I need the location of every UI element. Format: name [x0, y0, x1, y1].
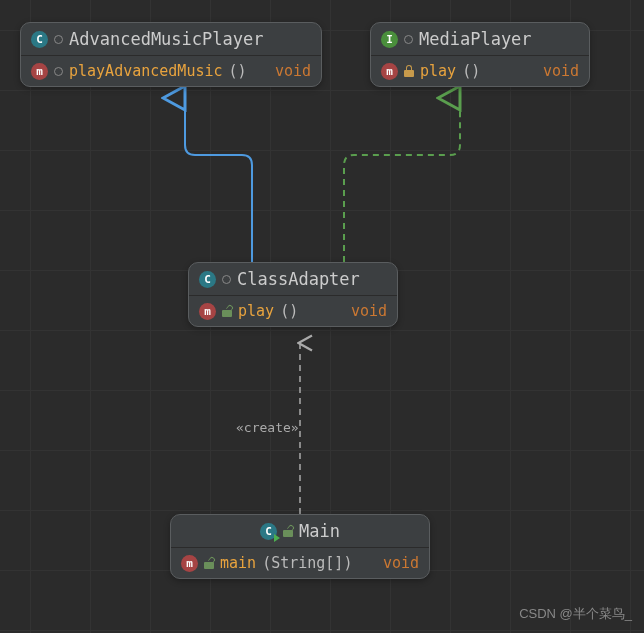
- modifier-icon: [54, 67, 63, 76]
- class-icon: C: [199, 271, 216, 288]
- return-type: void: [543, 62, 579, 80]
- lock-icon: [404, 65, 414, 77]
- edge-extends: [185, 98, 252, 262]
- modifier-icon: [222, 275, 231, 284]
- return-type: void: [275, 62, 311, 80]
- node-main[interactable]: C Main m main(String[]) void: [170, 514, 430, 579]
- method-row[interactable]: m play() void: [189, 296, 397, 326]
- watermark: CSDN @半个菜鸟_: [519, 605, 632, 623]
- method-row[interactable]: m main(String[]) void: [171, 548, 429, 578]
- method-icon: m: [381, 63, 398, 80]
- class-title: Main: [299, 521, 340, 541]
- modifier-icon: [404, 35, 413, 44]
- lock-open-icon: [283, 525, 293, 537]
- method-row[interactable]: m playAdvancedMusic() void: [21, 56, 321, 86]
- method-icon: m: [199, 303, 216, 320]
- class-title: AdvancedMusicPlayer: [69, 29, 263, 49]
- method-icon: m: [31, 63, 48, 80]
- lock-open-icon: [204, 557, 214, 569]
- node-advanced[interactable]: C AdvancedMusicPlayer m playAdvancedMusi…: [20, 22, 322, 87]
- lock-open-icon: [222, 305, 232, 317]
- edge-implements: [344, 98, 460, 262]
- method-name: playAdvancedMusic: [69, 62, 223, 80]
- method-icon: m: [181, 555, 198, 572]
- interface-icon: I: [381, 31, 398, 48]
- node-media[interactable]: I MediaPlayer m play() void: [370, 22, 590, 87]
- run-class-icon: C: [260, 523, 277, 540]
- modifier-icon: [54, 35, 63, 44]
- class-title: MediaPlayer: [419, 29, 532, 49]
- class-icon: C: [31, 31, 48, 48]
- return-type: void: [351, 302, 387, 320]
- node-adapter[interactable]: C ClassAdapter m play() void: [188, 262, 398, 327]
- method-name: play: [420, 62, 456, 80]
- stereotype-create: «create»: [236, 420, 299, 435]
- method-name: play: [238, 302, 274, 320]
- method-name: main: [220, 554, 256, 572]
- class-title: ClassAdapter: [237, 269, 360, 289]
- method-row[interactable]: m play() void: [371, 56, 589, 86]
- return-type: void: [383, 554, 419, 572]
